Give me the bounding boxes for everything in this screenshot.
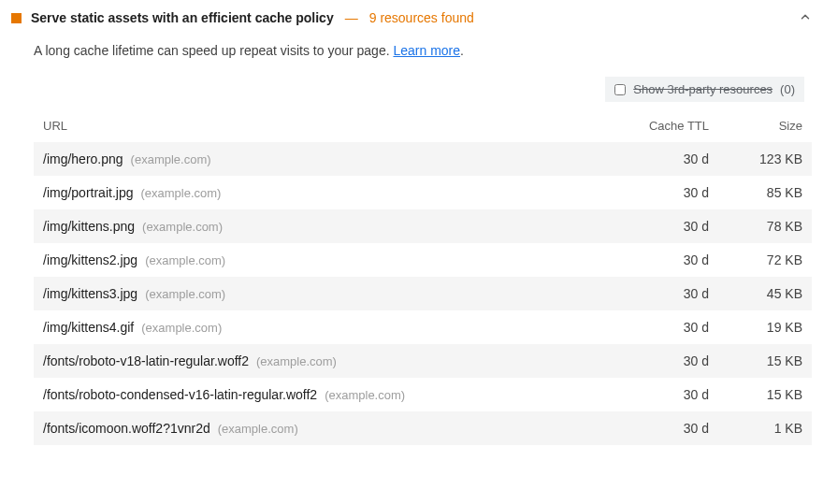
table-row: /img/portrait.jpg(example.com)30 d85 KB [34,176,812,209]
url-path: /img/kittens2.jpg [43,252,137,267]
cell-url: /img/kittens3.jpg(example.com) [43,286,597,301]
url-domain: (example.com) [325,388,405,402]
url-domain: (example.com) [218,422,298,436]
cell-url: /fonts/icomoon.woff2?1vnr2d(example.com) [43,421,597,436]
audit-header[interactable]: Serve static assets with an efficient ca… [11,9,812,26]
url-path: /img/hero.png [43,151,123,166]
dash-separator: — [345,10,358,25]
cell-size: 1 KB [709,421,802,436]
col-header-ttl: Cache TTL [597,119,709,133]
url-path: /fonts/roboto-v18-latin-regular.woff2 [43,353,249,368]
cell-size: 72 KB [709,252,802,267]
table-row: /img/hero.png(example.com)30 d123 KB [34,142,812,176]
cell-size: 45 KB [709,286,802,301]
url-path: /img/kittens4.gif [43,320,134,335]
third-party-toggle[interactable]: Show 3rd-party resources (0) [605,77,804,102]
table-row: /fonts/roboto-v18-latin-regular.woff2(ex… [34,344,812,378]
cell-url: /img/hero.png(example.com) [43,151,597,166]
url-domain: (example.com) [145,253,225,267]
cell-url: /img/kittens.png(example.com) [43,219,597,234]
url-path: /img/kittens3.jpg [43,286,137,301]
resources-table: URL Cache TTL Size /img/hero.png(example… [34,113,812,445]
cell-url: /fonts/roboto-v18-latin-regular.woff2(ex… [43,353,597,368]
url-domain: (example.com) [141,321,222,335]
third-party-checkbox[interactable] [614,84,626,95]
third-party-toggle-row: Show 3rd-party resources (0) [11,71,812,108]
url-domain: (example.com) [256,354,337,368]
col-header-size: Size [709,119,802,133]
third-party-label: Show 3rd-party resources [633,82,772,96]
cell-ttl: 30 d [597,387,709,402]
cell-size: 19 KB [709,320,802,335]
audit-description: A long cache lifetime can speed up repea… [34,43,812,58]
cell-url: /img/kittens4.gif(example.com) [43,320,597,335]
cell-ttl: 30 d [597,320,709,335]
cell-size: 85 KB [709,185,802,200]
cell-ttl: 30 d [597,219,709,234]
cell-ttl: 30 d [597,185,709,200]
cell-url: /fonts/roboto-condensed-v16-latin-regula… [43,387,597,402]
description-text: A long cache lifetime can speed up repea… [34,43,393,58]
cell-ttl: 30 d [597,151,709,166]
table-row: /img/kittens3.jpg(example.com)30 d45 KB [34,277,812,310]
url-domain: (example.com) [145,287,225,301]
audit-title: Serve static assets with an efficient ca… [31,10,334,25]
table-row: /fonts/icomoon.woff2?1vnr2d(example.com)… [34,411,812,445]
url-path: /img/kittens.png [43,219,135,234]
table-row: /img/kittens4.gif(example.com)30 d19 KB [34,310,812,344]
col-header-url: URL [43,119,597,133]
url-domain: (example.com) [140,186,221,200]
table-body: /img/hero.png(example.com)30 d123 KB/img… [34,142,812,445]
url-domain: (example.com) [131,152,211,166]
cell-size: 123 KB [709,151,802,166]
cell-ttl: 30 d [597,421,709,436]
audit-summary: 9 resources found [369,10,474,25]
third-party-count: (0) [780,82,795,96]
cell-ttl: 30 d [597,353,709,368]
cell-size: 15 KB [709,387,802,402]
table-row: /img/kittens2.jpg(example.com)30 d72 KB [34,243,812,277]
description-suffix: . [460,43,464,58]
cell-ttl: 30 d [597,286,709,301]
url-path: /fonts/icomoon.woff2?1vnr2d [43,421,210,436]
url-domain: (example.com) [142,220,223,234]
chevron-up-icon[interactable] [799,9,812,26]
severity-icon [11,13,22,23]
audit-panel: Serve static assets with an efficient ca… [0,0,823,458]
table-header-row: URL Cache TTL Size [34,113,812,142]
cell-url: /img/portrait.jpg(example.com) [43,185,597,200]
table-row: /fonts/roboto-condensed-v16-latin-regula… [34,378,812,411]
cell-ttl: 30 d [597,252,709,267]
cell-size: 15 KB [709,353,802,368]
url-path: /fonts/roboto-condensed-v16-latin-regula… [43,387,317,402]
cell-size: 78 KB [709,219,802,234]
cell-url: /img/kittens2.jpg(example.com) [43,252,597,267]
table-row: /img/kittens.png(example.com)30 d78 KB [34,209,812,243]
learn-more-link[interactable]: Learn more [393,43,460,58]
url-path: /img/portrait.jpg [43,185,133,200]
